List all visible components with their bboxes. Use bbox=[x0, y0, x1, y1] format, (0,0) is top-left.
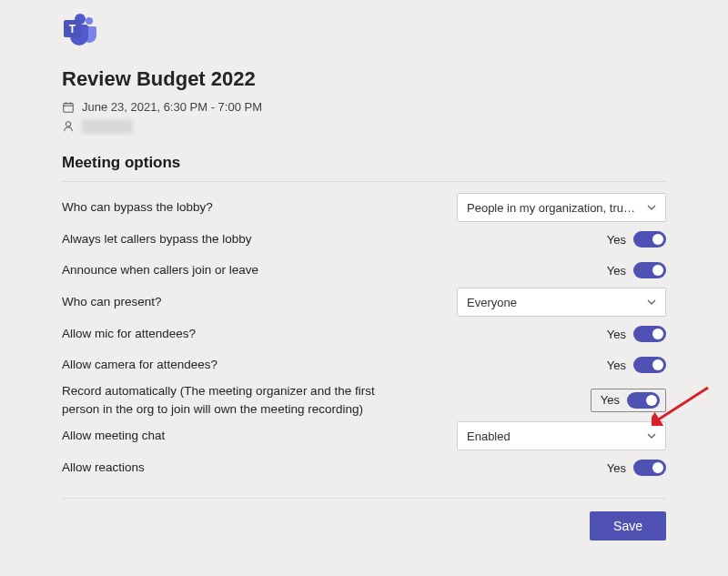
present-label: Who can present? bbox=[62, 293, 162, 311]
allow-chat-select[interactable]: Enabled bbox=[457, 421, 666, 450]
chevron-down-icon bbox=[647, 296, 656, 309]
meeting-datetime: June 23, 2021, 6:30 PM - 7:00 PM bbox=[82, 100, 262, 114]
allow-reactions-toggle[interactable] bbox=[633, 460, 666, 476]
allow-camera-toggle[interactable] bbox=[633, 357, 666, 373]
allow-chat-value: Enabled bbox=[467, 429, 511, 443]
bypass-lobby-value: People in my organization, truste… bbox=[467, 201, 640, 215]
announce-value: Yes bbox=[607, 264, 626, 278]
callers-bypass-toggle[interactable] bbox=[633, 231, 666, 248]
bypass-lobby-label: Who can bypass the lobby? bbox=[62, 198, 213, 217]
allow-reactions-label: Allow reactions bbox=[62, 459, 145, 477]
announce-label: Announce when callers join or leave bbox=[62, 261, 258, 279]
teams-logo-icon: T bbox=[62, 11, 98, 49]
allow-mic-value: Yes bbox=[607, 328, 626, 341]
svg-point-0 bbox=[86, 17, 93, 25]
meeting-title: Review Budget 2022 bbox=[62, 67, 666, 91]
present-select[interactable]: Everyone bbox=[457, 288, 666, 317]
allow-camera-label: Allow camera for attendees? bbox=[62, 356, 217, 374]
svg-text:T: T bbox=[69, 23, 76, 35]
svg-rect-4 bbox=[64, 103, 74, 112]
organizer-row bbox=[62, 119, 666, 134]
footer-divider bbox=[62, 498, 666, 499]
allow-chat-label: Allow meeting chat bbox=[62, 427, 165, 445]
present-value: Everyone bbox=[467, 296, 517, 309]
allow-mic-toggle[interactable] bbox=[633, 326, 666, 342]
save-button[interactable]: Save bbox=[590, 511, 666, 541]
callers-bypass-label: Always let callers bypass the lobby bbox=[62, 230, 252, 248]
divider bbox=[62, 181, 666, 182]
svg-point-8 bbox=[66, 122, 70, 126]
person-icon bbox=[62, 120, 75, 133]
record-auto-value: Yes bbox=[601, 393, 620, 407]
announce-toggle[interactable] bbox=[633, 262, 666, 278]
allow-reactions-value: Yes bbox=[607, 461, 626, 475]
meeting-datetime-row: June 23, 2021, 6:30 PM - 7:00 PM bbox=[62, 100, 666, 114]
chevron-down-icon bbox=[647, 201, 656, 215]
organizer-name-redacted bbox=[82, 119, 133, 134]
allow-camera-value: Yes bbox=[607, 359, 626, 372]
allow-mic-label: Allow mic for attendees? bbox=[62, 325, 196, 343]
record-auto-toggle[interactable] bbox=[627, 392, 660, 409]
chevron-down-icon bbox=[647, 429, 656, 443]
record-auto-highlight: Yes bbox=[591, 389, 666, 412]
callers-bypass-value: Yes bbox=[607, 233, 626, 247]
bypass-lobby-select[interactable]: People in my organization, truste… bbox=[457, 193, 666, 222]
record-auto-label: Record automatically (The meeting organi… bbox=[62, 382, 408, 418]
calendar-icon bbox=[62, 101, 75, 114]
section-title: Meeting options bbox=[62, 154, 666, 172]
